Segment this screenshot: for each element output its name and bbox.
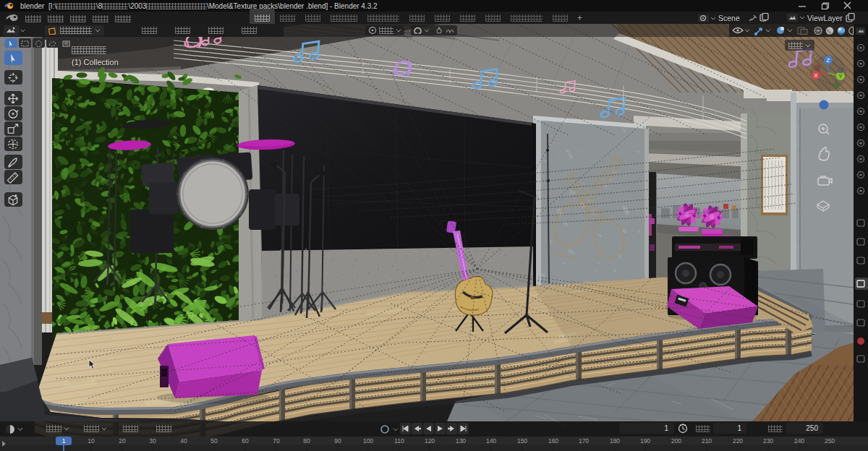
svg-text:220: 220 <box>733 437 743 444</box>
svg-text:1: 1 <box>62 437 66 444</box>
svg-text:110: 110 <box>394 437 404 444</box>
svg-text:140: 140 <box>486 437 496 444</box>
svg-text:160: 160 <box>548 437 558 444</box>
svg-text:40: 40 <box>180 437 187 444</box>
svg-text:X: X <box>814 72 818 79</box>
svg-text:190: 190 <box>640 437 650 444</box>
svg-text:60: 60 <box>242 437 249 444</box>
svg-text:Z: Z <box>827 57 830 64</box>
svg-text:240: 240 <box>794 437 804 444</box>
svg-text:10: 10 <box>88 437 95 444</box>
svg-text:120: 120 <box>425 437 435 444</box>
svg-text:20: 20 <box>119 437 126 444</box>
svg-text:70: 70 <box>273 437 280 444</box>
svg-text:250: 250 <box>825 437 835 444</box>
svg-text:80: 80 <box>303 437 310 444</box>
svg-text:90: 90 <box>334 437 341 444</box>
svg-text:200: 200 <box>671 437 681 444</box>
svg-text:100: 100 <box>363 437 373 444</box>
svg-text:Y: Y <box>838 73 843 80</box>
svg-text:50: 50 <box>210 437 218 444</box>
svg-text:170: 170 <box>579 437 589 444</box>
svg-text:230: 230 <box>763 437 773 444</box>
svg-text:180: 180 <box>610 437 620 444</box>
svg-text:30: 30 <box>149 437 156 444</box>
svg-text:210: 210 <box>702 437 712 444</box>
svg-text:130: 130 <box>456 437 466 444</box>
svg-text:150: 150 <box>517 437 527 444</box>
